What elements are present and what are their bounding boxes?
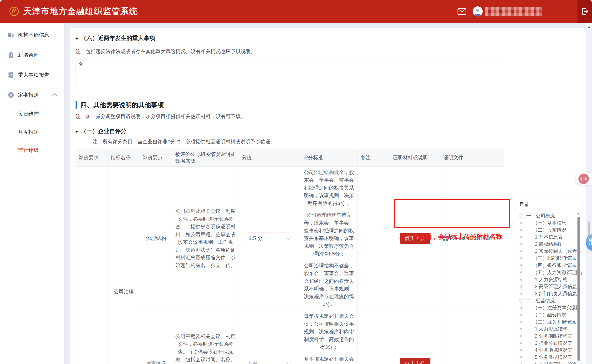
toc-node-dot-icon [520,321,522,323]
toc-item-label: 1.人力资源结构 [535,326,567,332]
report-book-icon [8,72,14,78]
upload-cell: 点击上传 [390,310,440,364]
toc-item[interactable]: （二）融资情况 [514,311,582,318]
sidebar-item-periodic-report[interactable]: 定期报送 [0,85,64,105]
section-4-heading: 四、其他需要说明的其他事项 [76,101,504,109]
chevron-down-icon [286,236,291,240]
redacted-username [485,7,542,16]
toc-item-label: （一）基本信息 [533,220,566,226]
criteria-cell: 公司治理结构不健全，股东会、董事会、监事会和经理之间的权责关系不明确，议事规则、… [300,260,358,310]
toc-item[interactable]: 5.业务类型情况表 [514,354,582,361]
score-select-governance[interactable]: 1.5 分 [245,233,294,244]
translate-zh-a-icon: 中A [579,174,589,184]
toc-node-dot-icon [520,356,522,358]
toc-item[interactable]: （三）职能部门情况 [514,255,582,262]
toc-item-label: （五）人力资源管理情况 [533,269,582,276]
translate-badge[interactable]: 中A [575,173,592,185]
major-events-textarea[interactable]: 9 [76,58,504,92]
toc-node-dot-icon [520,264,522,266]
toc-item-label: 4.业务地域情况表 [535,347,572,353]
sidebar-subitem-daily-maintenance[interactable]: 每日维护 [0,105,64,123]
score-select-duty[interactable]: 0 分 [245,358,294,364]
criteria-cell: 每年按规定召开相关会议，公司按照相关议事规则、决策程序和内审制度科学、高效运作的… [300,310,358,353]
toc-scrollbar-thumb[interactable] [578,217,580,361]
toc-item-label: （四）银行账户情况 [533,262,576,268]
requirement-cell [76,166,108,364]
toc-item[interactable]: （一）基本信息 [514,220,582,227]
toc-item[interactable]: （二）业务开展情况 [514,318,582,325]
toc-item-label: 2.业务期限结构表 [535,333,572,339]
toc-node-dot-icon [520,286,522,288]
toc-node-dot-icon [520,342,522,344]
description-cell: 公司章程及相关会议、制度文件，必要时进行现场检查。（提供权责明确证明材料，如公司… [172,166,239,310]
toc-item[interactable]: 2.股权结构图 [514,241,582,248]
toc-item[interactable]: （五）人力资源管理情况 [514,269,582,276]
heading-divider-line [170,105,504,105]
toc-item-label: 一、公司概况 [526,213,555,219]
col-header: 评价要点 [140,149,172,167]
org-building-icon [8,32,14,38]
toc-item[interactable]: 二、经营情况 [514,297,582,304]
toc-item[interactable]: 1.人力资源结构 [514,325,582,332]
toc-item-label: 5.业务类型情况表 [535,354,572,360]
toc-item[interactable]: 2.高级管理人员信息 [514,283,582,290]
toc-tree: 一、公司概况 （一）基本信息 （二）股东情况 1.基本信息表 [514,210,582,364]
mail-icon[interactable] [457,8,466,15]
toc-item-label: （二）融资情况 [533,312,566,318]
toc-item-label: 2.股权结构图 [535,241,563,247]
col-header: 评分标准 [300,149,358,167]
subsection-1-note: 注：所有评分条目，当企业自评非0分时，必须提供相应证明材料或说明予以佐证。 [76,138,581,145]
col-header: 证明材料或说明 [390,149,440,167]
section-6-title: （六）近两年发生的重大事项 [81,34,155,42]
section-4-title: 四、其他需要说明的其他事项 [80,101,164,109]
toc-node-dot-icon [519,299,523,303]
col-header: 分值 [239,149,300,167]
section-4-note: 注：加、减分调整项目请说明，加分项目须提供相关佐证材料，没有可不填。 [76,113,581,120]
toc-item[interactable]: 3.部门负责人员信息 [514,290,582,297]
toc-item[interactable]: 3.行业分布情况表 [514,339,582,347]
submenu-label: 每日维护 [18,110,39,118]
scrollbar-up-arrow[interactable]: ▲ [586,23,592,31]
chevron-up-icon [52,93,57,98]
remark-cell [358,166,390,310]
toc-scroll-up-icon[interactable]: ▲ [577,211,580,215]
toc-item[interactable]: 3.实际控制人（或者主... [514,247,582,255]
toc-item[interactable]: 1.人力资源结构 [514,276,582,283]
score-cell: 0 分 [239,310,300,364]
toc-item-label: 1.基本信息表 [535,234,563,240]
user-avatar[interactable] [472,6,483,16]
toc-node-dot-icon [520,250,522,252]
submenu-label: 监管评级 [18,147,39,154]
toc-item-label: 3.实际控制人（或者主... [535,248,582,254]
toc-item-label: （二）业务开展情况 [533,319,576,325]
toc-item[interactable]: 1.基本信息表 [514,234,582,241]
toc-item[interactable]: 6.合同金额前十的存 [514,361,582,364]
sidebar-item-new-contract[interactable]: 新增合同 [0,45,64,65]
app-header: 天津市地方金融组织监管系统 [0,0,592,23]
toc-item[interactable]: （二）股东情况 [514,226,582,234]
remark-cell [358,310,390,364]
toc-item[interactable]: （四）银行账户情况 [514,262,582,269]
toc-item[interactable]: 一、公司概况 [514,212,582,220]
sidebar-subitem-regulatory-rating[interactable]: 监管评级 [0,141,64,159]
toc-item[interactable]: 4.业务地域情况表 [514,347,582,354]
page-scrollbar: ▲ [586,23,592,364]
toc-item-label: 2.高级管理人员信息 [535,283,577,290]
logout-button[interactable] [578,0,592,23]
metric-name-cell: 公司治理 [108,166,140,364]
diamond-bullet-icon: ◆ [76,130,78,133]
sidebar-item-org-info[interactable]: 机构基础信息 [0,25,64,45]
score-cell: 1.5 分 [239,166,300,310]
sidebar-item-major-event-report[interactable]: 重大事项报告 [0,65,64,85]
score-select-value: 1.5 分 [249,234,263,242]
toc-item[interactable]: （一）注册资本实缴情... [514,304,582,311]
sidebar-subitem-monthly-report[interactable]: 月度报送 [0,123,64,141]
upload-button-duty[interactable]: 点击上传 [400,358,430,364]
toc-node-dot-icon [520,335,522,337]
submenu-label: 月度报送 [18,129,39,136]
col-header: 备注 [358,149,390,167]
command-icon: ⌘ [588,237,592,247]
toc-node-dot-icon [520,243,522,245]
toc-item[interactable]: 2.业务期限结构表 [514,332,582,340]
sidebar-item-label: 定期报送 [18,91,39,98]
